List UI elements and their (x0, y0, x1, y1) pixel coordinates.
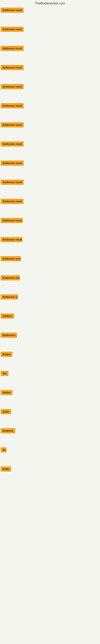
bottleneck-badge[interactable]: Bottleneck result (1, 122, 24, 128)
bottleneck-badge[interactable]: Bottleneck result (1, 180, 24, 185)
bottleneck-badge[interactable]: Bottle (1, 466, 11, 472)
bottleneck-badge[interactable]: Bottleneck result (1, 275, 20, 280)
gap-7 (0, 130, 100, 140)
bottleneck-item-22: Bottle (0, 408, 100, 416)
gap-9 (0, 168, 100, 178)
bottleneck-item-17: Bottlene (0, 312, 100, 321)
gap-4 (0, 72, 100, 82)
bottleneck-item-6: Bottleneck result (0, 102, 100, 111)
bottom-gap (0, 484, 100, 625)
bottleneck-item-25: Bottle (0, 465, 100, 474)
bottleneck-item-1: Bottleneck result (0, 6, 100, 15)
bottleneck-item-8: Bottleneck result (0, 140, 100, 149)
bottleneck-badge[interactable]: Bottlenec (1, 428, 15, 433)
bottleneck-badge[interactable]: Bottleneck result (1, 218, 23, 223)
bottleneck-item-24: Bo (0, 446, 100, 455)
gap-21 (0, 398, 100, 408)
bottleneck-item-13: Bottleneck result (0, 236, 100, 244)
gap-16 (0, 302, 100, 312)
bottleneck-badge[interactable]: Bottleneck result (1, 84, 24, 89)
bottleneck-item-19: Bottlen (0, 350, 100, 359)
gap-15 (0, 283, 100, 293)
bottleneck-badge[interactable]: Bottleneck result (1, 8, 24, 13)
bottleneck-item-21: Bottlen (0, 388, 100, 398)
bottleneck-badge[interactable]: Bottlene (1, 314, 14, 318)
bottleneck-item-15: Bottleneck result (0, 274, 100, 283)
gap-5 (0, 92, 100, 102)
bottleneck-badge[interactable]: Bottleneck result (1, 142, 24, 146)
bottleneck-item-14: Bottleneck result (0, 254, 100, 264)
bottleneck-item-5: Bottleneck result (0, 82, 100, 92)
gap-25 (0, 474, 100, 484)
gap-22 (0, 416, 100, 427)
bottleneck-badge[interactable]: Bottleneck result (1, 65, 24, 70)
bottleneck-badge[interactable]: Bottleneck result (1, 27, 24, 32)
bottleneck-item-18: Bottleneck r (0, 331, 100, 340)
gap-10 (0, 187, 100, 197)
items-container: Bottleneck resultBottleneck resultBottle… (0, 6, 100, 625)
gap-18 (0, 340, 100, 350)
gap-11 (0, 206, 100, 216)
bottleneck-badge[interactable]: Bottleneck re (1, 294, 18, 300)
gap-1 (0, 15, 100, 25)
bottleneck-badge[interactable]: Bottleneck result (1, 46, 24, 51)
gap-13 (0, 244, 100, 254)
bottleneck-badge[interactable]: Bottlen (1, 390, 12, 395)
gap-8 (0, 149, 100, 159)
bottleneck-item-10: Bottleneck result (0, 178, 100, 187)
bottleneck-badge[interactable]: Bottleneck result (1, 103, 24, 108)
bottleneck-badge[interactable]: Bo (1, 448, 6, 452)
bottleneck-badge[interactable]: Bottleneck result (1, 199, 23, 204)
page-container: TheBottlenecker.com Bottleneck resultBot… (0, 0, 100, 644)
bottleneck-item-9: Bottleneck result (0, 159, 100, 168)
gap-17 (0, 321, 100, 331)
gap-23 (0, 436, 100, 446)
bottleneck-badge[interactable]: Bottleneck result (1, 160, 24, 166)
bottleneck-badge[interactable]: Bottlen (1, 352, 12, 357)
gap-2 (0, 34, 100, 44)
bottleneck-item-12: Bottleneck result (0, 216, 100, 226)
gap-3 (0, 53, 100, 64)
gap-6 (0, 111, 100, 121)
bottleneck-badge[interactable]: Bot (1, 371, 8, 376)
bottleneck-badge[interactable]: Bottleneck r (1, 333, 17, 338)
bottleneck-badge[interactable]: Bottle (1, 409, 11, 414)
bottleneck-item-20: Bot (0, 369, 100, 378)
bottleneck-item-23: Bottlenec (0, 427, 100, 436)
gap-14 (0, 264, 100, 274)
bottleneck-item-7: Bottleneck result (0, 121, 100, 130)
bottleneck-item-16: Bottleneck re (0, 293, 100, 302)
bottleneck-item-3: Bottleneck result (0, 44, 100, 53)
site-title: TheBottlenecker.com (0, 0, 100, 6)
bottleneck-item-11: Bottleneck result (0, 197, 100, 206)
bottleneck-badge[interactable]: Bottleneck result (1, 237, 22, 242)
bottleneck-item-4: Bottleneck result (0, 64, 100, 72)
gap-19 (0, 359, 100, 369)
gap-12 (0, 226, 100, 236)
bottleneck-item-2: Bottleneck result (0, 25, 100, 34)
bottleneck-badge[interactable]: Bottleneck result (1, 256, 21, 261)
gap-24 (0, 455, 100, 465)
gap-20 (0, 378, 100, 388)
